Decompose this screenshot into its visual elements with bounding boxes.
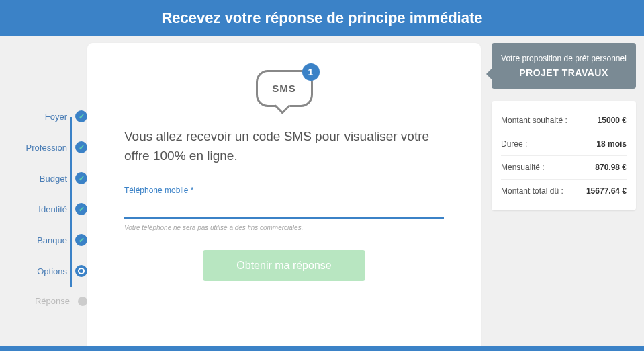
footer-bar — [0, 346, 644, 351]
summary-value: 870.98 € — [595, 163, 627, 172]
right-column: Votre proposition de prêt personnel PROJ… — [492, 43, 636, 351]
sms-icon-wrap: SMS 1 — [124, 70, 444, 107]
step-foyer[interactable]: Foyer — [12, 110, 87, 122]
check-icon — [75, 234, 87, 246]
summary-value: 15677.64 € — [586, 186, 627, 196]
step-budget[interactable]: Budget — [12, 172, 87, 184]
summary-value: 15000 € — [598, 116, 627, 125]
summary-row-duration: Durée : 18 mois — [501, 132, 627, 156]
summary-label: Durée : — [501, 139, 527, 149]
step-label: Budget — [40, 173, 67, 184]
page-title: Recevez votre réponse de principe immédi… — [161, 9, 482, 26]
summary-label: Montant souhaité : — [501, 116, 567, 125]
proposal-subtitle: Votre proposition de prêt personnel — [498, 54, 629, 63]
proposal-title: PROJET TRAVAUX — [498, 67, 629, 78]
phone-input[interactable] — [124, 198, 444, 219]
step-options[interactable]: Options — [12, 265, 87, 277]
main-card: SMS 1 Vous allez recevoir un code SMS po… — [87, 43, 481, 351]
check-icon — [75, 203, 87, 215]
step-label: Options — [37, 266, 67, 276]
step-banque[interactable]: Banque — [12, 234, 87, 246]
sms-cloud-icon: SMS 1 — [256, 70, 313, 107]
step-label: Profession — [26, 143, 67, 153]
step-label: Identité — [38, 204, 67, 214]
step-label: Foyer — [45, 112, 67, 122]
summary-box: Montant souhaité : 15000 € Durée : 18 mo… — [492, 101, 636, 210]
phone-input-hint: Votre téléphone ne sera pas utilisé à de… — [124, 224, 444, 231]
summary-row-monthly: Mensualité : 870.98 € — [501, 156, 627, 180]
summary-row-total: Montant total dû : 15677.64 € — [501, 180, 627, 202]
main-instruction-text: Vous allez recevoir un code SMS pour vis… — [124, 127, 444, 165]
check-icon — [75, 110, 87, 122]
step-reponse: Réponse — [12, 296, 87, 306]
step-list: Foyer Profession Budget Identité Banque … — [12, 110, 87, 306]
notification-badge-icon: 1 — [302, 63, 320, 81]
sms-text: SMS — [272, 83, 296, 94]
check-icon — [75, 141, 87, 153]
check-icon — [75, 172, 87, 184]
step-label: Réponse — [35, 296, 70, 306]
step-identite[interactable]: Identité — [12, 203, 87, 215]
summary-row-amount: Montant souhaité : 15000 € — [501, 109, 627, 132]
step-label: Banque — [37, 235, 67, 245]
page-header: Recevez votre réponse de principe immédi… — [0, 0, 644, 36]
summary-label: Mensualité : — [501, 163, 545, 172]
pending-step-icon — [78, 297, 87, 306]
step-profession[interactable]: Profession — [12, 141, 87, 153]
summary-value: 18 mois — [596, 139, 627, 149]
summary-label: Montant total dû : — [501, 186, 563, 196]
main-container: Foyer Profession Budget Identité Banque … — [0, 36, 644, 351]
step-sidebar: Foyer Profession Budget Identité Banque … — [0, 43, 87, 351]
current-step-icon — [75, 265, 87, 277]
phone-input-label: Téléphone mobile * — [124, 186, 444, 195]
submit-button[interactable]: Obtenir ma réponse — [203, 250, 365, 281]
proposal-box: Votre proposition de prêt personnel PROJ… — [492, 43, 636, 89]
